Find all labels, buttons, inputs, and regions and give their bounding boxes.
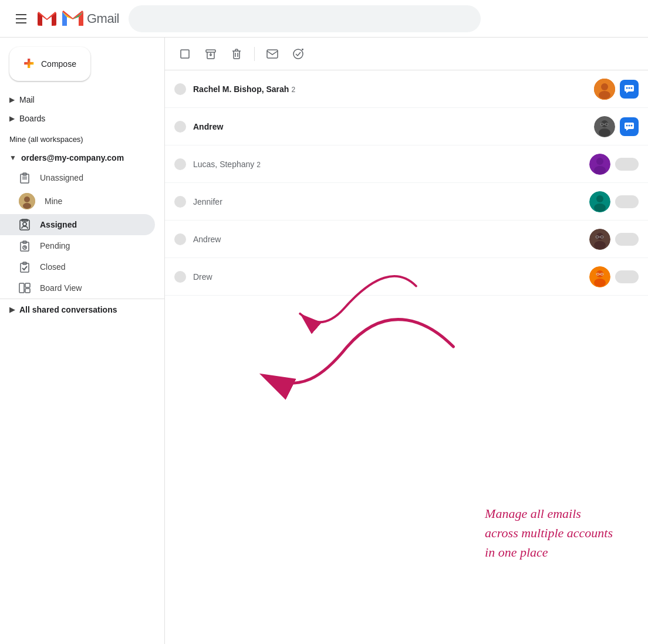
svg-rect-18 <box>19 283 24 293</box>
inbox-item-mine[interactable]: Mine <box>0 188 155 214</box>
svg-point-8 <box>24 196 30 202</box>
email-row-right <box>589 229 639 250</box>
email-row-right <box>589 266 639 287</box>
sender-avatar <box>589 266 610 287</box>
email-row-right <box>589 191 639 212</box>
svg-point-9 <box>23 203 31 209</box>
svg-point-32 <box>599 91 610 99</box>
inbox-item-assigned[interactable]: Assigned <box>0 214 155 235</box>
sender-name: Lucas, Stephany2 <box>193 160 287 169</box>
svg-point-49 <box>594 166 606 174</box>
sidebar-item-boards[interactable]: ▶ Boards <box>0 109 155 128</box>
sidebar-boards-label: Boards <box>19 114 45 123</box>
compose-button[interactable]: ✚ Compose <box>9 47 90 81</box>
menu-button[interactable] <box>9 7 33 30</box>
sender-name: Andrew <box>193 122 287 131</box>
email-row[interactable]: Lucas, Stephany2 <box>165 145 648 183</box>
main-body: ✚ Compose ▶ Mail ▶ Boards Mine (all work… <box>0 38 648 644</box>
svg-rect-21 <box>181 50 189 58</box>
svg-point-31 <box>601 83 608 90</box>
sender-avatar <box>589 229 610 250</box>
toggle-pill[interactable] <box>615 195 639 208</box>
inbox-item-closed[interactable]: Closed <box>0 256 155 277</box>
account-email: orders@my-company.com <box>21 153 124 162</box>
svg-point-34 <box>626 87 628 89</box>
email-row[interactable]: Andrew <box>165 108 648 145</box>
content-area: Rachel M. Bishop, Sarah2 <box>164 38 648 644</box>
unassigned-label: Unassigned <box>40 173 83 182</box>
assigned-icon <box>19 219 31 231</box>
svg-point-55 <box>594 241 606 249</box>
sender-name: Drew <box>193 272 287 282</box>
sender-avatar <box>594 116 615 137</box>
chat-icon <box>620 80 639 99</box>
clipboard-icon <box>19 172 31 184</box>
svg-point-52 <box>594 204 606 212</box>
email-row[interactable]: Jennifer <box>165 183 648 221</box>
closed-icon <box>19 261 31 273</box>
svg-point-38 <box>601 120 608 127</box>
svg-point-36 <box>631 87 633 89</box>
svg-rect-19 <box>25 283 30 287</box>
inbox-item-board-view[interactable]: Board View <box>0 277 155 299</box>
sender-name: Andrew <box>193 235 287 244</box>
email-row-right <box>594 79 639 100</box>
toolbar <box>165 38 648 70</box>
svg-rect-27 <box>293 49 303 59</box>
svg-point-48 <box>596 158 603 165</box>
email-checkbox[interactable] <box>174 83 186 95</box>
all-shared-conversations[interactable]: ▶ All shared conversations <box>0 299 164 320</box>
toggle-pill[interactable] <box>615 233 639 246</box>
sidebar: ✚ Compose ▶ Mail ▶ Boards Mine (all work… <box>0 38 164 644</box>
board-view-label: Board View <box>40 283 82 293</box>
assigned-label: Assigned <box>40 220 77 229</box>
mine-avatar <box>19 193 35 209</box>
email-row[interactable]: Andrew <box>165 221 648 258</box>
svg-point-54 <box>596 233 603 240</box>
closed-label: Closed <box>40 262 66 272</box>
email-checkbox[interactable] <box>174 121 186 133</box>
svg-rect-26 <box>267 50 278 58</box>
sidebar-item-mail[interactable]: ▶ Mail <box>0 90 155 109</box>
delete-button[interactable] <box>226 43 247 65</box>
email-checkbox[interactable] <box>174 158 186 170</box>
sender-avatar <box>594 79 615 100</box>
mine-label: Mine <box>45 196 62 206</box>
svg-point-51 <box>596 195 603 202</box>
mail-chevron-icon: ▶ <box>9 96 15 104</box>
email-row[interactable]: Drew <box>165 258 648 296</box>
svg-point-46 <box>631 124 633 126</box>
archive-button[interactable] <box>200 43 221 65</box>
email-row-right <box>589 154 639 175</box>
compose-label: Compose <box>41 59 76 69</box>
gmail-logo[interactable]: Gmail <box>35 7 119 30</box>
pending-icon <box>19 240 31 252</box>
sender-name: Rachel M. Bishop, Sarah2 <box>193 84 295 94</box>
svg-point-35 <box>629 87 630 89</box>
select-all-button[interactable] <box>174 43 195 65</box>
compose-plus-icon: ✚ <box>23 56 34 72</box>
svg-rect-22 <box>206 50 215 52</box>
all-shared-chevron-icon: ▶ <box>9 306 15 314</box>
email-checkbox[interactable] <box>174 233 186 245</box>
toggle-pill[interactable] <box>615 158 639 171</box>
svg-rect-20 <box>25 289 30 293</box>
account-row[interactable]: ▼ orders@my-company.com <box>0 148 155 167</box>
email-row[interactable]: Rachel M. Bishop, Sarah2 <box>165 70 648 108</box>
email-list: Rachel M. Bishop, Sarah2 <box>165 70 648 644</box>
sender-avatar <box>589 154 610 175</box>
sender-avatar <box>589 191 610 212</box>
email-checkbox[interactable] <box>174 196 186 208</box>
mine-section-label: Mine (all workspaces) <box>0 130 164 148</box>
inbox-item-unassigned[interactable]: Unassigned <box>0 167 155 188</box>
email-row-right <box>594 116 639 137</box>
toggle-pill[interactable] <box>615 270 639 283</box>
sidebar-mail-label: Mail <box>19 95 35 104</box>
create-task-button[interactable] <box>288 43 309 65</box>
email-checkbox[interactable] <box>174 271 186 283</box>
search-bar[interactable] <box>129 5 481 32</box>
boards-chevron-icon: ▶ <box>9 114 15 123</box>
mark-read-button[interactable] <box>262 43 283 65</box>
inbox-item-pending[interactable]: Pending <box>0 235 155 256</box>
chat-icon <box>620 117 639 136</box>
